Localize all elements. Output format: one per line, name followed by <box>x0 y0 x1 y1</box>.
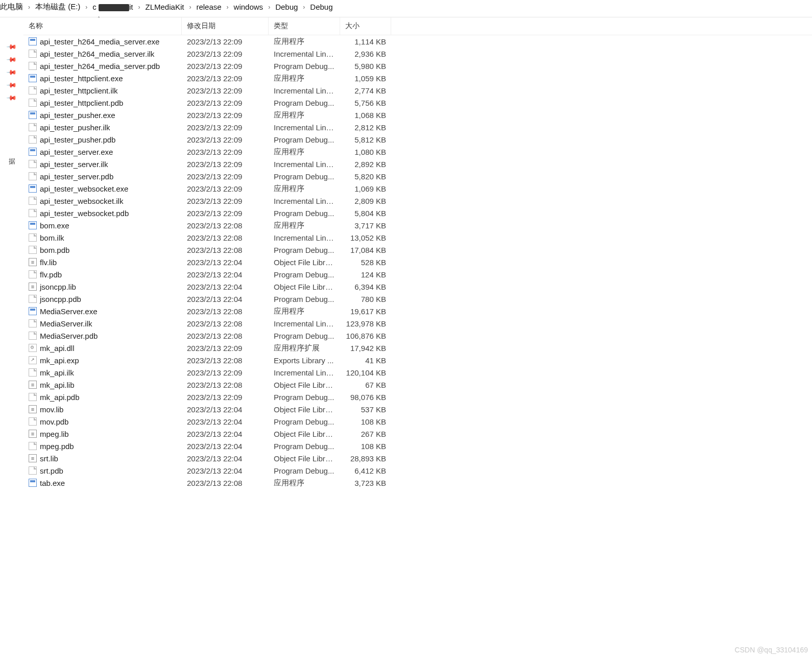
file-row[interactable]: api_tester_httpclient.exe2023/2/13 22:09… <box>23 72 812 84</box>
file-row[interactable]: MediaServer.pdb2023/2/13 22:08Program De… <box>23 330 812 342</box>
file-size-cell: 13,052 KB <box>340 233 391 242</box>
breadcrumb-segment[interactable]: windows <box>234 3 264 11</box>
file-row[interactable]: MediaServer.exe2023/2/13 22:08应用程序19,617… <box>23 305 812 317</box>
file-row[interactable]: api_tester_h264_media_server.exe2023/2/1… <box>23 35 812 48</box>
file-row[interactable]: bom.ilk2023/2/13 22:08Incremental Link..… <box>23 231 812 244</box>
file-name-cell[interactable]: api_tester_httpclient.exe <box>23 74 182 83</box>
file-row[interactable]: mk_api.ilk2023/2/13 22:09Incremental Lin… <box>23 366 812 379</box>
column-date[interactable]: 修改日期 <box>182 17 269 35</box>
breadcrumb-segment[interactable]: Debug <box>310 3 332 11</box>
pin-icon[interactable]: 📌 <box>6 67 17 78</box>
file-name-cell[interactable]: mk_api.pdb <box>23 393 182 402</box>
breadcrumb-segment[interactable]: ZLMediaKit <box>146 3 184 11</box>
file-name-cell[interactable]: api_tester_pusher.pdb <box>23 135 182 144</box>
file-row[interactable]: api_tester_websocket.ilk2023/2/13 22:09I… <box>23 195 812 207</box>
file-name-cell[interactable]: api_tester_websocket.exe <box>23 184 182 193</box>
file-row[interactable]: api_tester_pusher.ilk2023/2/13 22:09Incr… <box>23 121 812 133</box>
file-name-label: MediaServer.exe <box>40 307 98 316</box>
pin-icon[interactable]: 📌 <box>6 41 17 53</box>
chevron-right-icon: › <box>226 4 230 11</box>
file-name-cell[interactable]: api_tester_websocket.ilk <box>23 197 182 205</box>
file-name-cell[interactable]: api_tester_pusher.exe <box>23 111 182 120</box>
file-row[interactable]: jsoncpp.pdb2023/2/13 22:04Program Debug.… <box>23 293 812 305</box>
file-row[interactable]: mov.pdb2023/2/13 22:04Program Debug...10… <box>23 415 812 428</box>
file-name-cell[interactable]: jsoncpp.lib <box>23 283 182 291</box>
file-name-cell[interactable]: jsoncpp.pdb <box>23 295 182 303</box>
file-row[interactable]: srt.pdb2023/2/13 22:04Program Debug...6,… <box>23 464 812 477</box>
file-row[interactable]: mov.lib2023/2/13 22:04Object File Librar… <box>23 403 812 415</box>
file-name-cell[interactable]: api_tester_h264_media_server.ilk <box>23 50 182 58</box>
file-row[interactable]: api_tester_httpclient.ilk2023/2/13 22:09… <box>23 84 812 97</box>
file-name-cell[interactable]: mpeg.lib <box>23 430 182 438</box>
file-row[interactable]: api_tester_h264_media_server.pdb2023/2/1… <box>23 60 812 72</box>
file-name-cell[interactable]: bom.exe <box>23 221 182 230</box>
sort-caret-icon: ˄ <box>98 16 100 21</box>
file-name-cell[interactable]: bom.ilk <box>23 233 182 242</box>
pin-icon[interactable]: 📌 <box>6 80 17 91</box>
file-row[interactable]: flv.lib2023/2/13 22:04Object File Librar… <box>23 256 812 268</box>
file-name-cell[interactable]: tab.exe <box>23 479 182 487</box>
file-name-cell[interactable]: api_tester_httpclient.pdb <box>23 99 182 107</box>
file-name-cell[interactable]: api_tester_h264_media_server.pdb <box>23 62 182 71</box>
file-row[interactable]: api_tester_server.exe2023/2/13 22:09应用程序… <box>23 146 812 158</box>
file-row[interactable]: srt.lib2023/2/13 22:04Object File Librar… <box>23 452 812 464</box>
file-row[interactable]: api_tester_websocket.exe2023/2/13 22:09应… <box>23 182 812 195</box>
file-row[interactable]: jsoncpp.lib2023/2/13 22:04Object File Li… <box>23 280 812 293</box>
file-date-cell: 2023/2/13 22:09 <box>182 344 269 353</box>
file-name-cell[interactable]: mk_api.exp <box>23 356 182 365</box>
file-row[interactable]: api_tester_httpclient.pdb2023/2/13 22:09… <box>23 97 812 109</box>
file-name-cell[interactable]: api_tester_server.exe <box>23 148 182 156</box>
file-row[interactable]: tab.exe2023/2/13 22:08应用程序3,723 KB <box>23 477 812 489</box>
file-row[interactable]: bom.pdb2023/2/13 22:08Program Debug...17… <box>23 244 812 256</box>
file-name-cell[interactable]: mpeg.pdb <box>23 442 182 451</box>
file-row[interactable]: flv.pdb2023/2/13 22:04Program Debug...12… <box>23 268 812 280</box>
file-name-cell[interactable]: mov.pdb <box>23 417 182 426</box>
file-row[interactable]: api_tester_server.ilk2023/2/13 22:09Incr… <box>23 158 812 170</box>
file-name-cell[interactable]: MediaServer.pdb <box>23 332 182 340</box>
breadcrumb[interactable]: 此电脑›本地磁盘 (E:)›c it›ZLMediaKit›release›wi… <box>0 0 812 17</box>
file-row[interactable]: MediaServer.ilk2023/2/13 22:08Incrementa… <box>23 317 812 330</box>
file-name-cell[interactable]: mk_api.lib <box>23 381 182 389</box>
column-name[interactable]: 名称 ˄ <box>23 17 182 35</box>
file-row[interactable]: mk_api.exp2023/2/13 22:08Exports Library… <box>23 354 812 366</box>
file-type-cell: Program Debug... <box>269 209 340 218</box>
breadcrumb-segment[interactable]: 本地磁盘 (E:) <box>35 2 80 12</box>
file-row[interactable]: bom.exe2023/2/13 22:08应用程序3,717 KB <box>23 219 812 231</box>
column-size[interactable]: 大小 <box>340 17 391 35</box>
file-icon <box>29 86 37 95</box>
breadcrumb-segment[interactable]: c it <box>92 3 133 11</box>
file-row[interactable]: api_tester_pusher.pdb2023/2/13 22:09Prog… <box>23 133 812 146</box>
file-name-cell[interactable]: MediaServer.exe <box>23 307 182 316</box>
file-date-cell: 2023/2/13 22:09 <box>182 50 269 58</box>
file-name-cell[interactable]: mk_api.ilk <box>23 368 182 377</box>
file-row[interactable]: mpeg.pdb2023/2/13 22:04Program Debug...1… <box>23 440 812 452</box>
file-name-cell[interactable]: srt.pdb <box>23 466 182 475</box>
breadcrumb-segment[interactable]: 此电脑 <box>0 2 23 12</box>
file-row[interactable]: mk_api.pdb2023/2/13 22:09Program Debug..… <box>23 391 812 403</box>
file-name-cell[interactable]: flv.pdb <box>23 270 182 279</box>
file-name-cell[interactable]: srt.lib <box>23 454 182 463</box>
pin-icon[interactable]: 📌 <box>6 92 17 104</box>
file-name-cell[interactable]: api_tester_pusher.ilk <box>23 123 182 132</box>
file-row[interactable]: api_tester_websocket.pdb2023/2/13 22:09P… <box>23 207 812 219</box>
file-row[interactable]: api_tester_pusher.exe2023/2/13 22:09应用程序… <box>23 109 812 121</box>
file-name-cell[interactable]: mk_api.dll <box>23 344 182 353</box>
pin-icon[interactable]: 📌 <box>6 54 17 65</box>
column-type[interactable]: 类型 <box>269 17 340 35</box>
file-name-cell[interactable]: api_tester_httpclient.ilk <box>23 86 182 95</box>
file-row[interactable]: api_tester_server.pdb2023/2/13 22:09Prog… <box>23 170 812 182</box>
file-name-cell[interactable]: api_tester_server.ilk <box>23 160 182 169</box>
breadcrumb-segment[interactable]: release <box>196 3 221 11</box>
file-name-cell[interactable]: api_tester_websocket.pdb <box>23 209 182 218</box>
file-row[interactable]: api_tester_h264_media_server.ilk2023/2/1… <box>23 48 812 60</box>
file-name-cell[interactable]: MediaServer.ilk <box>23 319 182 328</box>
file-name-cell[interactable]: api_tester_h264_media_server.exe <box>23 37 182 46</box>
file-row[interactable]: mk_api.dll2023/2/13 22:09应用程序扩展17,942 KB <box>23 342 812 354</box>
file-name-cell[interactable]: mov.lib <box>23 405 182 414</box>
file-row[interactable]: mk_api.lib2023/2/13 22:08Object File Lib… <box>23 379 812 391</box>
file-name-cell[interactable]: flv.lib <box>23 258 182 267</box>
file-row[interactable]: mpeg.lib2023/2/13 22:04Object File Libra… <box>23 428 812 440</box>
file-name-cell[interactable]: bom.pdb <box>23 246 182 254</box>
file-name-cell[interactable]: api_tester_server.pdb <box>23 172 182 181</box>
breadcrumb-segment[interactable]: Debug <box>275 3 298 11</box>
